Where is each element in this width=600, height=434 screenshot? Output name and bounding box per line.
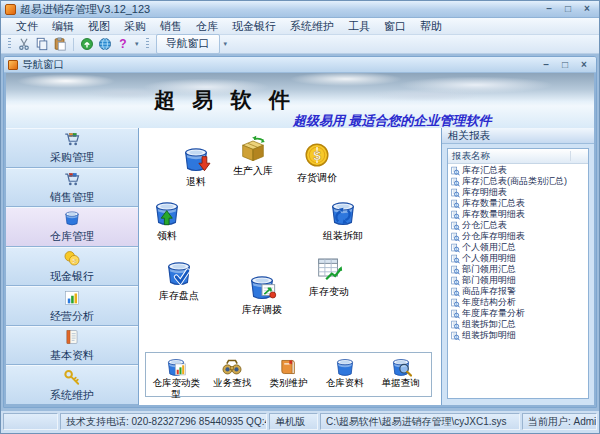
menu-tools[interactable]: 工具 [341,18,377,35]
toolbar-grip[interactable] [8,38,11,50]
child-restore-icon[interactable] [557,59,573,71]
menu-cash-bank[interactable]: 现金银行 [225,18,283,35]
status-support-phone: 技术支持电话: 020-82327296 85440935 QQ:4080887… [60,413,267,430]
report-item-7[interactable]: 个人领用汇总 [448,242,588,253]
status-edition: 单机版 [269,413,318,430]
nav-child-window: 导航窗口 超 易 软 件 超级易用 最适合您的企业管理软件 [3,56,597,408]
bucket-return-icon [181,144,211,174]
utility-box: 仓库变动类型 业务查找 类别维护 仓库资料 单据查询 [145,352,432,397]
menu-system[interactable]: 系统维护 [283,18,341,35]
report-search-icon [450,298,460,308]
bar-chart-icon [63,289,81,307]
report-search-icon [450,210,460,220]
menu-bar: 文件编辑视图采购销售仓库现金银行系统维护工具窗口帮助 [1,18,599,35]
menu-help[interactable]: 帮助 [413,18,449,35]
shortcut-stock-count[interactable]: 库存盘点 [151,258,207,303]
report-item-0[interactable]: 库存汇总表 [448,165,588,176]
menu-purchase[interactable]: 采购 [117,18,153,35]
child-window-title: 导航窗口 [22,58,538,72]
child-minimize-icon[interactable] [538,59,554,71]
shortcut-inventory-reprice[interactable]: S 存货调价 [289,140,345,185]
shortcut-stock-change[interactable]: 库存变动 [301,254,357,299]
minimize-icon[interactable] [541,3,557,15]
cut-icon[interactable] [16,36,32,52]
coins-icon: S [63,249,81,267]
report-item-5[interactable]: 分仓汇总表 [448,220,588,231]
utility-category-maintenance[interactable]: 类别维护 [262,356,314,389]
report-search-icon [450,287,460,297]
notebook-icon [63,328,81,346]
bucket-transfer-icon [247,272,277,302]
menu-file[interactable]: 文件 [9,18,45,35]
sidebar-item-cash-bank[interactable]: S 现金银行 [6,247,138,287]
reports-panel-header: 相关报表 [442,128,594,144]
report-item-8[interactable]: 个人领用明细 [448,253,588,264]
binoculars-icon [221,356,243,378]
grid-change-icon [314,254,344,284]
report-item-14[interactable]: 组装拆卸汇总 [448,319,588,330]
menu-window[interactable]: 窗口 [377,18,413,35]
report-search-icon [450,309,460,319]
report-search-icon [450,265,460,275]
maximize-icon[interactable] [560,3,576,15]
report-item-13[interactable]: 年度库存量分析 [448,308,588,319]
utility-business-search[interactable]: 业务查找 [206,356,258,389]
close-icon[interactable] [579,3,595,15]
report-item-12[interactable]: 年度结构分析 [448,297,588,308]
shortcut-return-material[interactable]: 退料 [168,144,224,189]
sidebar-item-business-analysis[interactable]: 经营分析 [6,286,138,326]
sidebar-item-purchase-mgmt[interactable]: 采购管理 [6,128,138,168]
shortcut-stock-transfer[interactable]: 库存调拨 [234,272,290,317]
help-icon[interactable]: ? [115,36,131,52]
mdi-area: 导航窗口 超 易 软 件 超级易用 最适合您的企业管理软件 [1,54,599,411]
nav-overflow-icon[interactable]: ▾ [222,40,230,48]
status-current-user: 当前用户: Admin [522,413,597,430]
toolbar-overflow-icon[interactable]: ▾ [133,40,141,48]
sidebar: 采购管理 销售管理 仓库管理 S 现金银行 经营分析 基本资料 [6,128,139,405]
utility-warehouse-data[interactable]: 仓库资料 [319,356,371,389]
report-search-icon [450,232,460,242]
title-bar: 超易进销存管理V3.12_123 [1,1,599,18]
report-item-4[interactable]: 库存数量明细表 [448,209,588,220]
sidebar-item-warehouse-mgmt[interactable]: 仓库管理 [6,207,138,247]
menu-warehouse[interactable]: 仓库 [189,18,225,35]
utility-warehouse-change-type[interactable]: 仓库变动类型 [150,356,202,400]
globe-icon[interactable] [97,36,113,52]
menu-view[interactable]: 视图 [81,18,117,35]
report-item-6[interactable]: 分仓库存明细表 [448,231,588,242]
bucket-check-icon [164,258,194,288]
child-title-bar: 导航窗口 [4,57,596,73]
report-item-15[interactable]: 组装拆卸明细 [448,330,588,341]
sidebar-item-basic-data[interactable]: 基本资料 [6,326,138,366]
status-blank-pane [3,413,58,430]
report-item-11[interactable]: 商品库存报警 [448,286,588,297]
report-item-9[interactable]: 部门领用汇总 [448,264,588,275]
report-item-1[interactable]: 库存汇总表(商品类别汇总) [448,176,588,187]
shortcut-assembly-disassembly[interactable]: 组装拆卸 [315,198,371,243]
publish-icon[interactable] [79,36,95,52]
child-close-icon[interactable] [576,59,592,71]
shortcut-material-requisition[interactable]: 领料 [139,198,195,243]
cart-sales-icon [63,170,81,188]
report-item-3[interactable]: 库存数量汇总表 [448,198,588,209]
menu-edit[interactable]: 编辑 [45,18,81,35]
shortcut-production-inbound[interactable]: 生产入库 [225,133,281,178]
bucket-take-icon [152,198,182,228]
child-window-icon [8,60,18,70]
sidebar-item-sales-mgmt[interactable]: 销售管理 [6,168,138,208]
toolbar-grip-2[interactable] [146,38,149,50]
bucket-chart-icon [165,356,187,378]
reports-column-header[interactable]: 报表名称 [448,149,588,164]
report-search-icon [450,188,460,198]
nav-window-button[interactable]: 导航窗口 [156,34,220,54]
app-window: 超易进销存管理V3.12_123 文件编辑视图采购销售仓库现金银行系统维护工具窗… [0,0,600,434]
report-item-2[interactable]: 库存明细表 [448,187,588,198]
paste-icon[interactable] [52,36,68,52]
menu-sales[interactable]: 销售 [153,18,189,35]
svg-text:S: S [72,258,76,264]
utility-document-query[interactable]: 单据查询 [375,356,427,389]
report-search-icon [450,254,460,264]
sidebar-item-system-maintenance[interactable]: 系统维护 [6,365,138,405]
report-item-10[interactable]: 部门领用明细 [448,275,588,286]
copy-icon[interactable] [34,36,50,52]
